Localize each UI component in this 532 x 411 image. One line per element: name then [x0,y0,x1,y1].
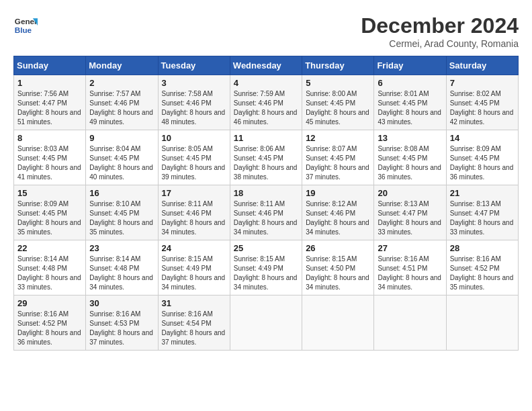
title-area: December 2024 Cermei, Arad County, Roman… [361,13,519,49]
header-cell-tuesday: Tuesday [158,56,230,75]
calendar-cell: 14 Sunrise: 8:09 AM Sunset: 4:45 PM Dayl… [446,130,518,185]
day-detail: Sunrise: 8:09 AM Sunset: 4:45 PM Dayligh… [17,199,82,237]
day-number: 12 [306,133,370,143]
day-detail: Sunrise: 8:16 AM Sunset: 4:54 PM Dayligh… [162,310,226,347]
header-cell-friday: Friday [374,56,446,75]
day-detail: Sunrise: 8:14 AM Sunset: 4:48 PM Dayligh… [17,255,82,292]
day-number: 1 [17,78,82,88]
svg-text:Blue: Blue [15,26,32,34]
calendar-week-row: 29 Sunrise: 8:16 AM Sunset: 4:52 PM Dayl… [14,295,519,351]
calendar-cell: 22 Sunrise: 8:14 AM Sunset: 4:48 PM Dayl… [14,240,86,295]
day-number: 15 [17,188,82,198]
day-detail: Sunrise: 8:16 AM Sunset: 4:52 PM Dayligh… [17,310,82,347]
calendar-cell: 12 Sunrise: 8:07 AM Sunset: 4:45 PM Dayl… [302,130,374,185]
day-detail: Sunrise: 8:13 AM Sunset: 4:47 PM Dayligh… [378,199,442,237]
calendar-cell [374,295,446,351]
calendar-cell: 28 Sunrise: 8:16 AM Sunset: 4:52 PM Dayl… [446,240,518,295]
day-number: 6 [378,78,442,88]
day-number: 17 [162,188,226,198]
day-detail: Sunrise: 8:12 AM Sunset: 4:46 PM Dayligh… [306,199,370,237]
day-detail: Sunrise: 8:06 AM Sunset: 4:45 PM Dayligh… [234,144,298,182]
day-number: 4 [234,78,298,88]
day-detail: Sunrise: 7:56 AM Sunset: 4:47 PM Dayligh… [17,89,82,127]
svg-text:General: General [15,17,38,26]
calendar-week-row: 8 Sunrise: 8:03 AM Sunset: 4:45 PM Dayli… [14,130,519,185]
calendar-cell: 31 Sunrise: 8:16 AM Sunset: 4:54 PM Dayl… [158,295,230,351]
day-detail: Sunrise: 8:01 AM Sunset: 4:45 PM Dayligh… [378,89,442,127]
calendar-cell: 30 Sunrise: 8:16 AM Sunset: 4:53 PM Dayl… [86,295,158,351]
calendar-cell: 18 Sunrise: 8:11 AM Sunset: 4:46 PM Dayl… [230,185,302,240]
day-number: 16 [89,188,154,198]
calendar-cell: 13 Sunrise: 8:08 AM Sunset: 4:45 PM Dayl… [374,130,446,185]
header-cell-thursday: Thursday [302,56,374,75]
calendar-cell: 20 Sunrise: 8:13 AM Sunset: 4:47 PM Dayl… [374,185,446,240]
calendar-cell: 3 Sunrise: 7:58 AM Sunset: 4:46 PM Dayli… [158,75,230,130]
day-detail: Sunrise: 8:10 AM Sunset: 4:45 PM Dayligh… [89,199,154,237]
day-detail: Sunrise: 7:58 AM Sunset: 4:46 PM Dayligh… [162,89,226,127]
day-number: 21 [450,188,515,198]
day-number: 22 [17,243,82,253]
header: General Blue December 2024 Cermei, Arad … [13,13,519,49]
day-detail: Sunrise: 8:11 AM Sunset: 4:46 PM Dayligh… [234,199,298,237]
day-detail: Sunrise: 7:59 AM Sunset: 4:46 PM Dayligh… [234,89,298,127]
day-number: 31 [162,298,226,308]
calendar-cell: 11 Sunrise: 8:06 AM Sunset: 4:45 PM Dayl… [230,130,302,185]
calendar-cell: 24 Sunrise: 8:15 AM Sunset: 4:49 PM Dayl… [158,240,230,295]
subtitle: Cermei, Arad County, Romania [361,38,519,49]
calendar-cell: 29 Sunrise: 8:16 AM Sunset: 4:52 PM Dayl… [14,295,86,351]
calendar-cell: 21 Sunrise: 8:13 AM Sunset: 4:47 PM Dayl… [446,185,518,240]
day-detail: Sunrise: 8:16 AM Sunset: 4:53 PM Dayligh… [89,310,154,347]
calendar-week-row: 15 Sunrise: 8:09 AM Sunset: 4:45 PM Dayl… [14,185,519,240]
day-detail: Sunrise: 8:15 AM Sunset: 4:49 PM Dayligh… [162,255,226,292]
calendar-week-row: 22 Sunrise: 8:14 AM Sunset: 4:48 PM Dayl… [14,240,519,295]
header-cell-wednesday: Wednesday [230,56,302,75]
day-number: 23 [89,243,154,253]
calendar-week-row: 1 Sunrise: 7:56 AM Sunset: 4:47 PM Dayli… [14,75,519,130]
day-number: 9 [89,133,154,143]
calendar-cell: 25 Sunrise: 8:15 AM Sunset: 4:49 PM Dayl… [230,240,302,295]
calendar-cell: 7 Sunrise: 8:02 AM Sunset: 4:45 PM Dayli… [446,75,518,130]
day-detail: Sunrise: 8:02 AM Sunset: 4:45 PM Dayligh… [450,89,515,127]
calendar-cell: 23 Sunrise: 8:14 AM Sunset: 4:48 PM Dayl… [86,240,158,295]
calendar-cell: 19 Sunrise: 8:12 AM Sunset: 4:46 PM Dayl… [302,185,374,240]
main-title: December 2024 [361,13,519,38]
calendar-cell: 4 Sunrise: 7:59 AM Sunset: 4:46 PM Dayli… [230,75,302,130]
day-number: 24 [162,243,226,253]
header-cell-saturday: Saturday [446,56,518,75]
day-detail: Sunrise: 7:57 AM Sunset: 4:46 PM Dayligh… [89,89,154,127]
day-detail: Sunrise: 8:03 AM Sunset: 4:45 PM Dayligh… [17,144,82,182]
day-detail: Sunrise: 8:16 AM Sunset: 4:52 PM Dayligh… [450,255,515,292]
logo: General Blue [13,13,38,38]
day-detail: Sunrise: 8:16 AM Sunset: 4:51 PM Dayligh… [378,255,442,292]
calendar-cell: 2 Sunrise: 7:57 AM Sunset: 4:46 PM Dayli… [86,75,158,130]
day-number: 18 [234,188,298,198]
calendar-cell: 1 Sunrise: 7:56 AM Sunset: 4:47 PM Dayli… [14,75,86,130]
day-number: 25 [234,243,298,253]
day-number: 26 [306,243,370,253]
calendar-cell: 5 Sunrise: 8:00 AM Sunset: 4:45 PM Dayli… [302,75,374,130]
calendar-cell: 15 Sunrise: 8:09 AM Sunset: 4:45 PM Dayl… [14,185,86,240]
calendar-cell [230,295,302,351]
day-detail: Sunrise: 8:07 AM Sunset: 4:45 PM Dayligh… [306,144,370,182]
day-number: 27 [378,243,442,253]
day-detail: Sunrise: 8:11 AM Sunset: 4:46 PM Dayligh… [162,199,226,237]
day-number: 5 [306,78,370,88]
calendar-cell [446,295,518,351]
day-number: 29 [17,298,82,308]
day-number: 28 [450,243,515,253]
day-number: 3 [162,78,226,88]
day-number: 19 [306,188,370,198]
calendar-cell: 10 Sunrise: 8:05 AM Sunset: 4:45 PM Dayl… [158,130,230,185]
day-number: 2 [89,78,154,88]
day-number: 7 [450,78,515,88]
day-detail: Sunrise: 8:05 AM Sunset: 4:45 PM Dayligh… [162,144,226,182]
calendar-cell: 26 Sunrise: 8:15 AM Sunset: 4:50 PM Dayl… [302,240,374,295]
day-detail: Sunrise: 8:09 AM Sunset: 4:45 PM Dayligh… [450,144,515,182]
day-detail: Sunrise: 8:15 AM Sunset: 4:50 PM Dayligh… [306,255,370,292]
calendar-cell: 9 Sunrise: 8:04 AM Sunset: 4:45 PM Dayli… [86,130,158,185]
day-number: 8 [17,133,82,143]
calendar-cell: 27 Sunrise: 8:16 AM Sunset: 4:51 PM Dayl… [374,240,446,295]
calendar-cell [302,295,374,351]
day-detail: Sunrise: 8:00 AM Sunset: 4:45 PM Dayligh… [306,89,370,127]
day-number: 20 [378,188,442,198]
